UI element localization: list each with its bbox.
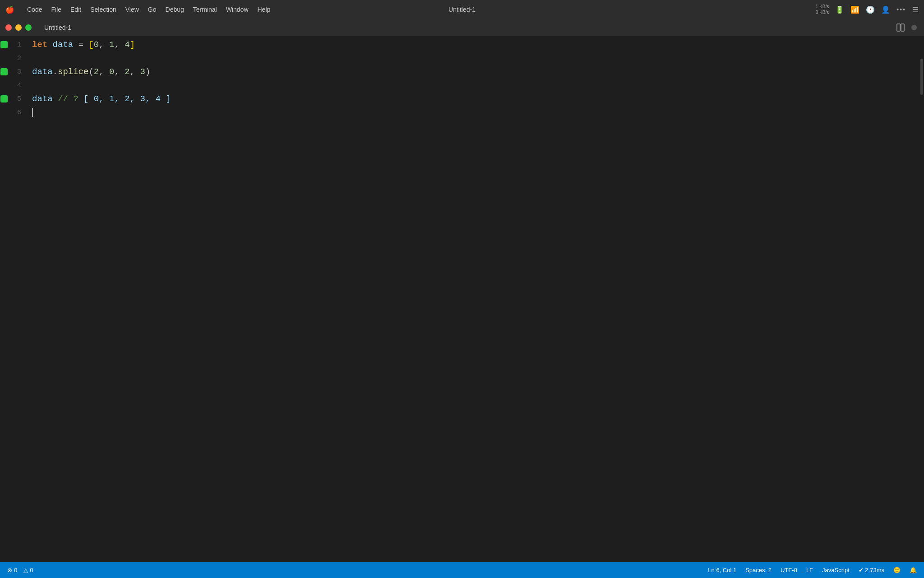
menu-debug[interactable]: Debug [161,4,189,15]
obj-data-5: data [32,92,53,106]
network-info: 1 KB/s 0 KB/s [816,4,829,15]
vertical-scrollbar[interactable] [919,36,924,562]
list-icon[interactable]: ☰ [912,5,919,14]
editor-container: 1 2 3 4 5 6 let data [0,36,924,562]
menu-view[interactable]: View [121,4,143,15]
code-line-4 [32,79,919,92]
menu-items: Code File Edit Selection View Go Debug T… [23,4,816,15]
breakpoint-6 [0,109,8,116]
tab-bar: Untitled-1 [37,19,924,36]
comma-1: , [99,38,109,51]
cursor-position[interactable]: Ln 6, Col 1 [708,567,736,573]
line-num-3: 3 [11,68,21,76]
code-line-1: let data = [ 0 , 1 , 4 ] [32,38,919,51]
apple-menu[interactable]: 🍎 [5,5,14,14]
line-ending[interactable]: LF [806,567,813,573]
clock-icon: 🕐 [866,5,875,14]
code-editor[interactable]: let data = [ 0 , 1 , 4 ] data . splice (… [25,36,919,562]
maximize-button[interactable] [25,24,32,31]
dot-3: . [53,65,58,79]
warning-count[interactable]: △ 0 [23,567,33,573]
result-4: 4 [156,92,161,106]
var-data: data [47,38,78,51]
wifi-icon: 📶 [850,5,859,14]
breakpoint-5[interactable] [0,95,8,103]
line-number-gutter: 1 2 3 4 5 6 [0,36,25,562]
download-speed: 0 KB/s [816,9,829,15]
smiley-icon[interactable]: 🙂 [893,567,901,573]
indentation[interactable]: Spaces: 2 [745,567,772,573]
error-count[interactable]: ⊗ 0 [7,567,17,573]
gutter-row-4: 4 [0,79,21,92]
menu-edit[interactable]: Edit [66,4,86,15]
warning-icon: △ [23,567,28,573]
tab-row: Untitled-1 [0,19,924,36]
status-bar: ⊗ 0 △ 0 Ln 6, Col 1 Spaces: 2 UTF-8 LF J… [0,562,924,578]
code-line-3: data . splice ( 2 , 0 , 2 , 3 ) [32,65,919,79]
gutter-row-1: 1 [0,38,21,51]
unsaved-indicator [911,25,917,30]
warning-num: 0 [30,567,33,573]
line-num-4: 4 [11,82,21,89]
breakpoint-4 [0,82,8,89]
menu-go[interactable]: Go [143,4,161,15]
code-line-6 [32,106,919,119]
split-editor-icon[interactable] [896,23,905,32]
result-2: 2 [125,92,129,106]
breakpoint-1[interactable] [0,41,8,48]
open-bracket-1: [ [88,38,93,51]
comma-3a: , [99,65,109,79]
language-mode[interactable]: JavaScript [822,567,850,573]
svg-rect-1 [901,24,904,31]
keyword-let: let [32,38,47,51]
code-line-5: data // ? [ 0 , 1 , 2 , 3 , 4 ] [32,92,919,106]
menu-file[interactable]: File [46,4,66,15]
tab-title[interactable]: Untitled-1 [44,24,71,31]
bell-icon[interactable]: 🔔 [910,567,917,573]
arg4: 3 [140,65,145,79]
gutter-row-2: 2 [0,51,21,65]
scrollbar-thumb[interactable] [920,59,923,95]
error-num: 0 [14,567,17,573]
status-left: ⊗ 0 △ 0 [7,567,33,573]
error-icon: ⊗ [7,567,12,573]
cursor [32,108,33,117]
battery-icon: 🔋 [835,5,844,14]
menu-help[interactable]: Help [253,4,275,15]
line-num-1: 1 [11,41,21,49]
comma-2: , [114,38,125,51]
num-4: 4 [125,38,129,51]
more-icon[interactable]: ••• [896,6,906,13]
arg2: 0 [109,65,114,79]
arg3: 2 [125,65,129,79]
result-0: 0 [94,92,99,106]
result-comma-3: , [130,92,140,106]
line-num-5: 5 [11,95,21,103]
gutter-row-3: 3 [0,65,21,79]
result-close-bracket: ] [161,92,171,106]
menu-code[interactable]: Code [23,4,46,15]
svg-rect-0 [897,24,900,31]
minimize-button[interactable] [15,24,22,31]
menu-terminal[interactable]: Terminal [189,4,222,15]
menu-window[interactable]: Window [222,4,253,15]
method-splice: splice [58,65,88,79]
comma-3c: , [130,65,140,79]
tab-actions [896,23,917,32]
line-num-6: 6 [11,109,21,117]
line-num-2: 2 [11,55,21,62]
close-paren-3: ) [145,65,150,79]
result-3: 3 [140,92,145,106]
arg1: 2 [94,65,99,79]
gutter-row-5: 5 [0,92,21,106]
window-title-center: Untitled-1 [448,6,476,13]
comma-3b: , [114,65,125,79]
code-line-2 [32,51,919,65]
file-encoding[interactable]: UTF-8 [781,567,797,573]
result-comma-4: , [145,92,156,106]
menu-selection[interactable]: Selection [86,4,121,15]
close-button[interactable] [5,24,12,31]
obj-data-3: data [32,65,53,79]
menu-right-icons: 1 KB/s 0 KB/s 🔋 📶 🕐 👤 ••• ☰ [816,4,919,15]
breakpoint-3[interactable] [0,68,8,75]
